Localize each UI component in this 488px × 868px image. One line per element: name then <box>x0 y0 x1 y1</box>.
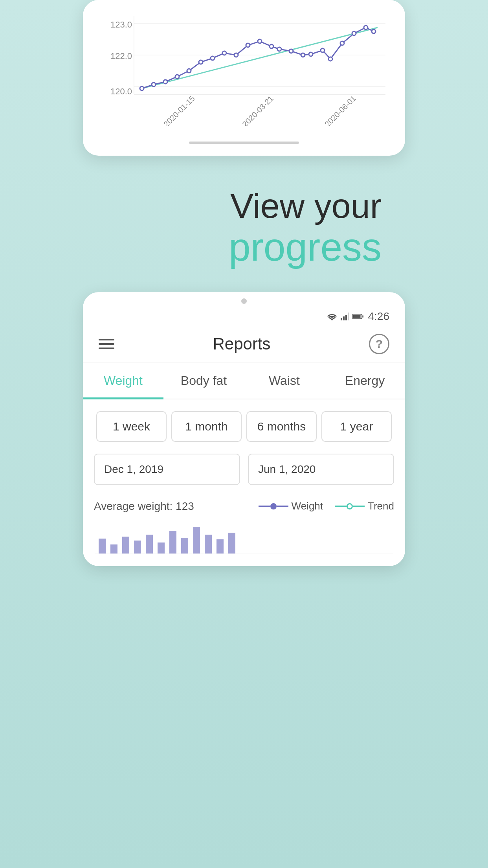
weight-line <box>259 506 270 507</box>
svg-rect-42 <box>99 539 106 554</box>
svg-point-21 <box>277 47 281 51</box>
weight-symbol <box>259 503 288 509</box>
svg-point-16 <box>222 51 226 55</box>
phone-dot <box>241 298 247 304</box>
dot-indicator-row <box>83 292 405 307</box>
battery-icon <box>352 313 363 320</box>
tab-energy[interactable]: Energy <box>325 362 405 399</box>
svg-rect-50 <box>193 527 200 554</box>
trend-line <box>335 506 347 507</box>
status-icons <box>327 313 363 320</box>
weight-legend-label: Weight <box>292 500 323 512</box>
svg-line-8 <box>142 28 378 88</box>
tabs-row: Weight Body fat Waist Energy <box>83 362 405 399</box>
mini-chart-area <box>83 519 405 566</box>
svg-text:120.0: 120.0 <box>110 86 132 96</box>
svg-point-15 <box>211 56 215 60</box>
svg-rect-46 <box>146 535 153 554</box>
svg-point-29 <box>364 26 368 29</box>
legend-trend: Trend <box>335 500 394 512</box>
svg-point-19 <box>258 39 262 43</box>
svg-point-30 <box>372 29 376 33</box>
hero-section: View your progress <box>83 156 405 292</box>
app-title: Reports <box>213 335 270 353</box>
svg-point-18 <box>246 43 250 47</box>
svg-rect-48 <box>169 531 176 554</box>
svg-rect-43 <box>110 544 117 554</box>
svg-rect-49 <box>181 538 188 554</box>
tab-weight[interactable]: Weight <box>83 362 163 399</box>
svg-point-11 <box>163 80 167 84</box>
menu-icon[interactable] <box>99 339 114 349</box>
help-button[interactable]: ? <box>369 334 389 354</box>
stats-row: Average weight: 123 Weight <box>83 496 405 519</box>
tab-waist[interactable]: Waist <box>244 362 325 399</box>
svg-rect-52 <box>216 539 224 554</box>
date-row: Dec 1, 2019 Jun 1, 2020 <box>83 454 405 496</box>
date-from-field[interactable]: Dec 1, 2019 <box>94 454 240 485</box>
chart-container: 123.0 122.0 120.0 <box>83 0 405 134</box>
chart-svg: 123.0 122.0 120.0 <box>106 16 389 126</box>
legend-row: Weight Trend <box>259 500 394 512</box>
app-header: Reports ? <box>83 326 405 362</box>
svg-text:2020-03-21: 2020-03-21 <box>240 94 275 126</box>
trend-line-2 <box>353 506 365 507</box>
menu-line-1 <box>99 339 114 340</box>
hero-line2: progress <box>106 225 382 268</box>
trend-legend-label: Trend <box>368 500 394 512</box>
weight-line-2 <box>277 506 288 507</box>
wifi-icon <box>327 313 338 320</box>
svg-rect-45 <box>134 541 141 554</box>
status-time: 4:26 <box>368 310 390 323</box>
period-6-months[interactable]: 6 months <box>246 411 317 442</box>
svg-text:122.0: 122.0 <box>110 51 132 61</box>
svg-rect-37 <box>348 313 349 320</box>
svg-rect-47 <box>158 542 165 554</box>
page-wrapper: 123.0 122.0 120.0 <box>0 0 488 868</box>
svg-rect-44 <box>122 537 129 554</box>
svg-point-10 <box>152 83 156 86</box>
svg-rect-36 <box>345 315 347 320</box>
legend-weight: Weight <box>259 500 323 512</box>
menu-line-2 <box>99 343 114 345</box>
avg-weight: Average weight: 123 <box>94 500 194 513</box>
weight-dot <box>270 503 277 509</box>
svg-point-26 <box>328 57 332 61</box>
svg-point-23 <box>301 53 305 57</box>
svg-point-22 <box>289 49 293 53</box>
trend-symbol <box>335 503 365 509</box>
svg-point-12 <box>175 75 179 79</box>
period-1-week[interactable]: 1 week <box>96 411 167 442</box>
trend-dot <box>347 503 353 509</box>
svg-rect-39 <box>362 315 363 318</box>
svg-point-27 <box>340 41 344 45</box>
svg-point-13 <box>187 69 191 73</box>
menu-line-3 <box>99 348 114 349</box>
hero-line1: View your <box>106 187 382 225</box>
svg-point-24 <box>309 52 313 56</box>
period-row: 1 week 1 month 6 months 1 year <box>83 399 405 454</box>
svg-text:123.0: 123.0 <box>110 20 132 29</box>
scroll-bar <box>189 142 299 144</box>
top-phone-card: 123.0 122.0 120.0 <box>83 0 405 156</box>
mini-chart-svg <box>94 523 394 554</box>
svg-rect-53 <box>228 533 235 554</box>
date-to-field[interactable]: Jun 1, 2020 <box>248 454 394 485</box>
svg-point-28 <box>352 31 356 35</box>
chart-area: 123.0 122.0 120.0 <box>106 16 389 126</box>
svg-point-25 <box>321 48 325 52</box>
svg-point-20 <box>270 44 273 48</box>
svg-point-9 <box>140 86 144 90</box>
scroll-indicator <box>83 134 405 156</box>
signal-icon <box>341 313 349 320</box>
svg-rect-40 <box>353 315 360 318</box>
svg-point-17 <box>234 53 238 57</box>
svg-text:2020-06-01: 2020-06-01 <box>323 94 358 126</box>
svg-rect-35 <box>343 316 345 320</box>
svg-point-14 <box>199 60 203 64</box>
svg-rect-34 <box>341 318 342 320</box>
tab-body-fat[interactable]: Body fat <box>163 362 244 399</box>
period-1-year[interactable]: 1 year <box>321 411 392 442</box>
period-1-month[interactable]: 1 month <box>171 411 242 442</box>
help-icon: ? <box>376 337 383 351</box>
